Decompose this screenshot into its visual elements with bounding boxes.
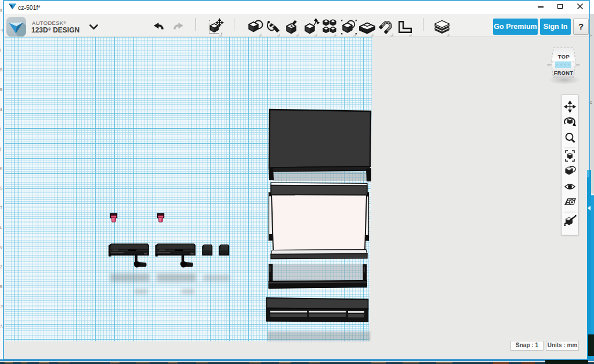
svg-text:FRONT: FRONT	[554, 70, 574, 76]
svg-text:TOP: TOP	[558, 53, 570, 60]
